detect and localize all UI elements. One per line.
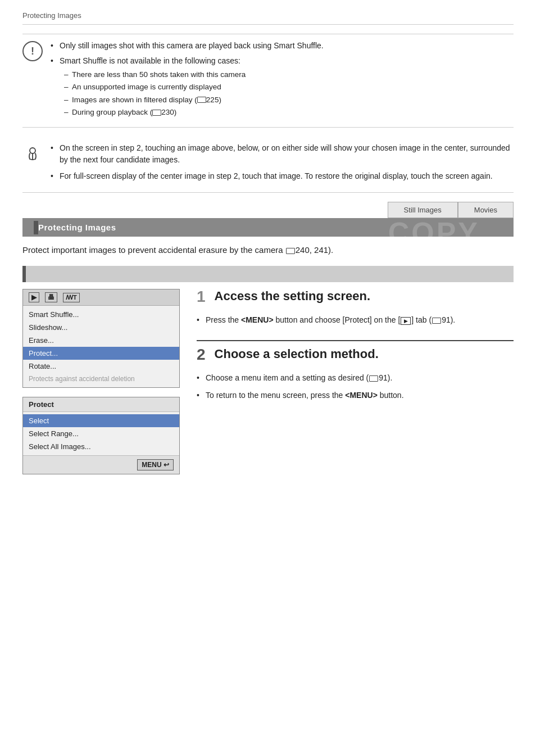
notice-box-1: ! Only still images shot with this camer… [22, 34, 514, 128]
menu-back-button[interactable]: MENU ↩ [137, 459, 174, 470]
right-panel: 1 Access the setting screen. Press the <… [197, 289, 514, 483]
menu-tab-settings[interactable]: ꟿT [63, 293, 80, 302]
tab-row: Still Images Movies [22, 202, 514, 218]
left-panel: ▶ 🖶 ꟿT Smart Shuffle... Slideshow... Era… [22, 289, 180, 483]
notice-subitem-2: An unsupported image is currently displa… [64, 82, 324, 93]
step-divider [197, 340, 514, 341]
step-1-title: Access the setting screen. [215, 289, 371, 304]
step-2-number: 2 [197, 347, 206, 363]
notice-icon-1: ! [22, 41, 43, 61]
menu-tab-print[interactable]: 🖶 [45, 292, 57, 302]
protect-menu-items: Select Select Range... Select All Images… [23, 412, 179, 455]
tab-bar: Still Images Movies [388, 202, 514, 218]
sub-bar-accent [22, 266, 26, 282]
protect-item-select-all[interactable]: Select All Images... [23, 440, 179, 453]
step-1-bullet-1: Press the <MENU> button and choose [Prot… [197, 314, 514, 326]
menu-tab-play[interactable]: ▶ [29, 292, 39, 302]
notice-subitem-3: Images are shown in filtered display (22… [64, 94, 324, 106]
protect-menu-footer: MENU ↩ [23, 455, 179, 474]
notice-subitem-4: During group playback (230) [64, 107, 324, 118]
menu-ui-items: Smart Shuffle... Slideshow... Erase... P… [23, 306, 179, 387]
notice-subitem-1: There are less than 50 shots taken with … [64, 69, 324, 80]
protect-item-select-range[interactable]: Select Range... [23, 427, 179, 440]
menu-ui-1: ▶ 🖶 ꟿT Smart Shuffle... Slideshow... Era… [22, 289, 180, 388]
notice-item-1: Only still images shot with this camera … [51, 40, 324, 52]
tip-item-2: For full-screen display of the center im… [51, 170, 514, 182]
step-1-section: 1 Access the setting screen. Press the <… [197, 289, 514, 327]
step-1-content: Press the <MENU> button and choose [Prot… [197, 314, 514, 326]
protect-menu-ui: Protect Select Select Range... Select Al… [22, 397, 180, 474]
play-tab-icon: ▶ [401, 317, 411, 325]
tip-icon [22, 143, 43, 164]
tab-still-images[interactable]: Still Images [388, 202, 458, 218]
notice-content-1: Only still images shot with this camera … [51, 40, 324, 121]
tab-movies[interactable]: Movies [458, 202, 514, 218]
protect-item-select[interactable]: Select [23, 414, 179, 427]
menu-ui-header: ▶ 🖶 ꟿT [23, 289, 179, 306]
menu-key-1: <MENU> [241, 315, 274, 324]
menu-item-protect[interactable]: Protect... [23, 347, 179, 360]
tip-content-1: On the screen in step 2, touching an ima… [51, 142, 514, 187]
step-2-bullet-1: Choose a menu item and a setting as desi… [197, 372, 514, 384]
menu-item-erase[interactable]: Erase... [23, 334, 179, 347]
bar-accent [34, 221, 38, 234]
tip-box-1: On the screen in step 2, touching an ima… [22, 137, 514, 193]
section-title-bar: Protecting Images [22, 218, 514, 237]
step-2-content: Choose a menu item and a setting as desi… [197, 372, 514, 401]
page-header: Protecting Images [22, 11, 514, 25]
step-2-section: 2 Choose a selection method. Choose a me… [197, 347, 514, 401]
step-2-title: Choose a selection method. [215, 347, 379, 361]
step-1-number: 1 [197, 289, 206, 305]
svg-point-0 [30, 148, 35, 153]
section-title-text: Protecting Images [38, 223, 116, 232]
menu-item-description: Protects against accidental deletion [23, 373, 179, 385]
notice-item-2: Smart Shuffle is not available in the fo… [51, 55, 324, 118]
menu-item-rotate[interactable]: Rotate... [23, 360, 179, 373]
protect-intro: Protect important images to prevent acci… [22, 243, 514, 257]
protect-menu-title: Protect [23, 397, 179, 412]
menu-key-2: <MENU> [345, 391, 378, 400]
menu-item-slideshow[interactable]: Slideshow... [23, 321, 179, 334]
tip-item-1: On the screen in step 2, touching an ima… [51, 142, 514, 166]
step-2-bullet-2: To return to the menu screen, press the … [197, 389, 514, 401]
menu-item-smartshuffle[interactable]: Smart Shuffle... [23, 308, 179, 321]
sub-section-bar [22, 266, 514, 282]
main-content: ▶ 🖶 ꟿT Smart Shuffle... Slideshow... Era… [22, 289, 514, 483]
